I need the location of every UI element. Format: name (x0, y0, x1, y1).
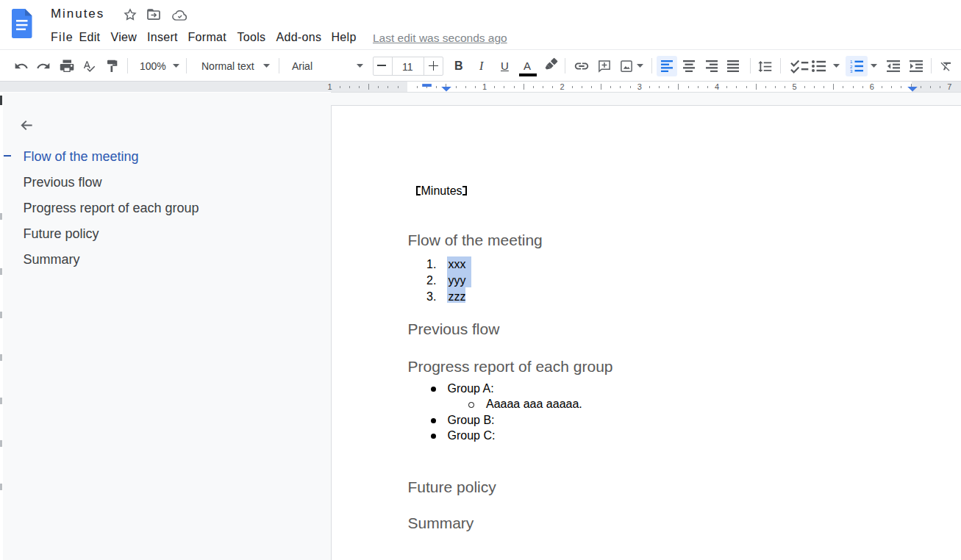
svg-text:2: 2 (850, 65, 853, 69)
svg-text:3: 3 (850, 69, 853, 73)
svg-text:1: 1 (850, 60, 853, 64)
